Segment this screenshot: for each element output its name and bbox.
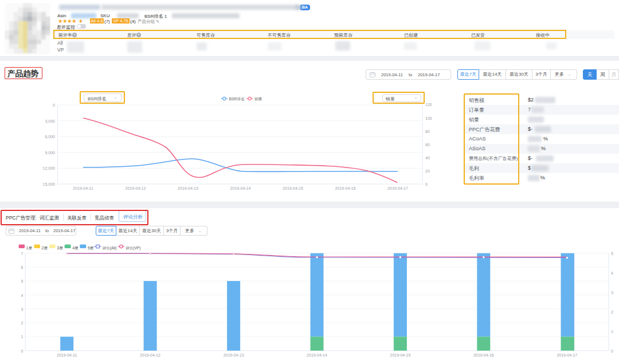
svg-text:2019-04-13: 2019-04-13 xyxy=(178,186,198,190)
svg-text:15,000: 15,000 xyxy=(43,182,56,186)
svg-text:0: 0 xyxy=(53,103,55,107)
svg-text:2019-04-17: 2019-04-17 xyxy=(387,186,408,190)
svg-text:9,000: 9,000 xyxy=(45,151,55,155)
svg-text:6: 6 xyxy=(21,265,23,269)
svg-text:5星: 5星 xyxy=(88,246,94,250)
svg-text:2019-04-13: 2019-04-13 xyxy=(224,353,244,357)
svg-text:2星: 2星 xyxy=(42,246,48,250)
svg-text:2019-04-16: 2019-04-16 xyxy=(473,353,494,357)
svg-text:2019-04-17: 2019-04-17 xyxy=(557,353,577,357)
svg-text:2019-04-15: 2019-04-15 xyxy=(390,353,410,357)
svg-text:评分(VP): 评分(VP) xyxy=(126,246,140,251)
svg-text:2019-04-14: 2019-04-14 xyxy=(230,186,251,190)
svg-text:2019-04-11: 2019-04-11 xyxy=(73,186,93,190)
svg-text:5: 5 xyxy=(21,279,23,283)
svg-text:1星: 1星 xyxy=(26,246,33,250)
svg-text:1: 1 xyxy=(611,330,613,334)
svg-text:6,000: 6,000 xyxy=(45,135,55,139)
svg-text:0: 0 xyxy=(611,349,613,353)
svg-text:2: 2 xyxy=(611,310,613,314)
svg-text:12,000: 12,000 xyxy=(43,166,56,170)
svg-text:7: 7 xyxy=(21,252,23,256)
svg-text:4星: 4星 xyxy=(72,246,79,250)
svg-text:3星: 3星 xyxy=(57,246,63,250)
svg-text:4: 4 xyxy=(21,293,23,298)
svg-text:1: 1 xyxy=(21,335,23,339)
svg-text:2019-04-12: 2019-04-12 xyxy=(126,186,146,190)
svg-text:2: 2 xyxy=(21,321,23,325)
svg-text:40: 40 xyxy=(425,156,430,160)
svg-text:BSR排名: BSR排名 xyxy=(229,97,245,101)
svg-text:80: 80 xyxy=(425,130,430,134)
svg-text:2019-04-14: 2019-04-14 xyxy=(307,353,327,357)
svg-text:2019-04-12: 2019-04-12 xyxy=(140,353,160,357)
svg-text:2019-04-15: 2019-04-15 xyxy=(283,186,303,190)
svg-text:120: 120 xyxy=(425,103,432,107)
svg-text:3: 3 xyxy=(611,291,613,295)
svg-text:3,000: 3,000 xyxy=(45,119,55,123)
svg-text:4: 4 xyxy=(611,271,613,275)
svg-text:3: 3 xyxy=(21,307,23,311)
svg-text:5: 5 xyxy=(611,252,613,256)
svg-text:2019-04-11: 2019-04-11 xyxy=(57,353,77,357)
svg-text:20: 20 xyxy=(425,169,430,173)
svg-text:销量: 销量 xyxy=(254,97,263,101)
svg-text:评分(All): 评分(All) xyxy=(103,246,117,251)
svg-text:0: 0 xyxy=(425,182,428,186)
svg-text:2019-04-16: 2019-04-16 xyxy=(335,186,356,190)
svg-text:100: 100 xyxy=(425,116,432,120)
svg-text:60: 60 xyxy=(425,143,430,147)
svg-text:0: 0 xyxy=(21,349,23,353)
